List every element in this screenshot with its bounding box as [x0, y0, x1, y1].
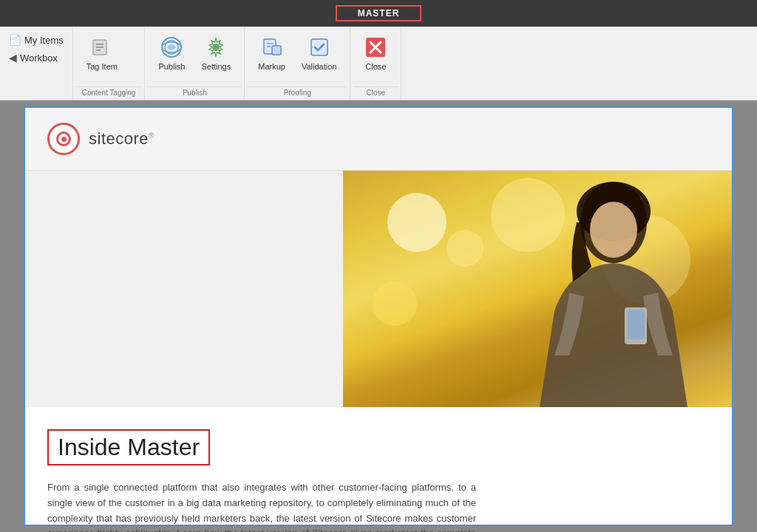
publish-group-label: Publish: [148, 86, 241, 100]
doc-icon: 📄: [9, 34, 21, 46]
page-body: From a single connected platform that al…: [47, 480, 476, 532]
content-area: sitecore®: [0, 100, 757, 532]
validation-label: Validation: [302, 62, 337, 71]
svg-rect-12: [311, 39, 327, 55]
ribbon-group-publish-items: Publish Settings: [148, 27, 241, 86]
ribbon: 📄 My Items ◀ Workbox: [0, 27, 757, 100]
markup-button[interactable]: Markup: [251, 33, 293, 74]
sitecore-logo-circle: [47, 123, 80, 155]
workbox-icon: ◀: [9, 52, 17, 64]
ribbon-group-close-items: Close: [353, 27, 398, 86]
close-group-label: Close: [353, 86, 398, 100]
ribbon-group-proofing-items: Markup Validation: [248, 27, 347, 86]
ribbon-group-publish: Publish Settings Publish: [145, 27, 245, 100]
sitecore-trademark: ®: [149, 132, 155, 140]
markup-label: Markup: [258, 62, 285, 71]
sitecore-logo-text: sitecore®: [89, 129, 155, 149]
close-button[interactable]: Close: [356, 33, 395, 74]
ribbon-group-content-tagging-items: Tag Item: [76, 27, 142, 86]
sitecore-name: sitecore: [89, 129, 149, 148]
nav-my-items[interactable]: 📄 My Items: [6, 33, 67, 47]
nav-workbox[interactable]: ◀ Workbox: [6, 50, 67, 65]
sitecore-logo-inner: [56, 132, 71, 146]
tag-item-label: Tag Item: [86, 62, 118, 71]
close-label: Close: [365, 62, 386, 71]
validation-icon: [308, 35, 331, 59]
hero-right: [343, 171, 732, 407]
publish-button[interactable]: Publish: [151, 33, 192, 74]
ribbon-left-nav: 📄 My Items ◀ Workbox: [0, 27, 73, 100]
content-tagging-group-label: Content Tagging: [76, 86, 142, 100]
settings-button[interactable]: Settings: [194, 33, 238, 74]
tag-icon: [90, 35, 114, 59]
validation-button[interactable]: Validation: [294, 33, 344, 74]
ribbon-groups: Tag Item Content Tagging Pub: [73, 27, 757, 100]
markup-icon: [260, 35, 284, 59]
master-badge: MASTER: [336, 5, 422, 21]
svg-rect-20: [627, 310, 645, 339]
tag-item-button[interactable]: Tag Item: [79, 33, 125, 74]
svg-point-7: [212, 44, 220, 51]
ribbon-group-content-tagging: Tag Item Content Tagging: [73, 27, 146, 100]
settings-label: Settings: [201, 62, 231, 71]
svg-rect-9: [272, 46, 281, 55]
my-items-label: My Items: [24, 35, 64, 46]
bokeh-2: [447, 230, 483, 267]
page-content: Inside Master From a single connected pl…: [25, 407, 732, 532]
page-title: Inside Master: [47, 429, 210, 466]
person-svg: [510, 178, 717, 407]
hero-left: [25, 171, 343, 407]
sitecore-logo-dot: [61, 137, 67, 142]
publish-label: Publish: [158, 62, 185, 71]
hero-image: [25, 171, 732, 407]
settings-icon: [204, 35, 228, 59]
bokeh-1: [387, 193, 447, 252]
page-frame: sitecore®: [24, 106, 733, 526]
svg-point-18: [590, 202, 637, 258]
workbox-label: Workbox: [20, 52, 58, 64]
close-icon: [364, 35, 387, 59]
bokeh-4: [373, 282, 417, 326]
ribbon-group-close: Close Close: [350, 27, 401, 100]
ribbon-group-proofing: Markup Validation Proofing: [245, 27, 350, 100]
sitecore-header: sitecore®: [25, 108, 732, 171]
proofing-group-label: Proofing: [248, 86, 347, 100]
publish-icon: [160, 35, 183, 59]
top-bar: MASTER: [0, 0, 757, 27]
